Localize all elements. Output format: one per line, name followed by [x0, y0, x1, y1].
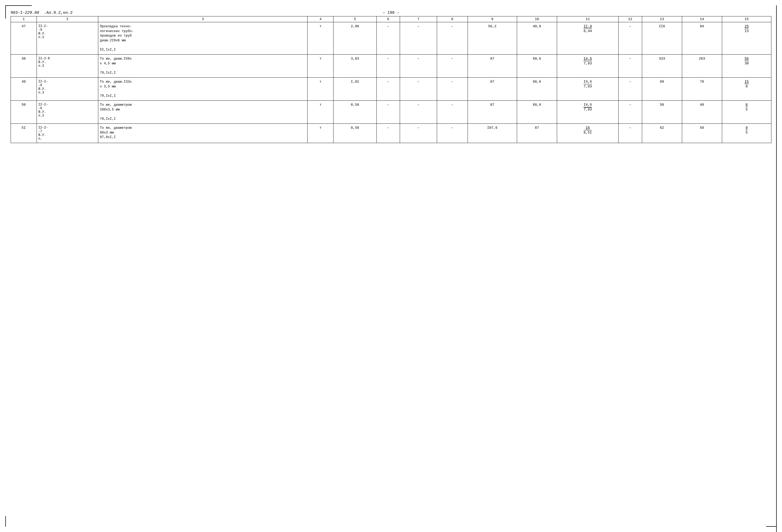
row-col7: –: [400, 124, 437, 143]
table-row: 47 I2-2- -9 В.У. п.3 Прокладка техно-лог…: [11, 22, 772, 55]
row-col9: 87: [468, 78, 517, 101]
row-col14: 84: [682, 22, 722, 55]
row-col12: –: [618, 55, 642, 78]
col-header-10: 10: [517, 16, 557, 22]
col-header-9: 9: [468, 16, 517, 22]
row-col15: 25 I3: [722, 22, 771, 55]
row-col13: 333: [642, 55, 682, 78]
doc-reference: 903-I-229.86 .Ал.9.2,кн.2: [10, 10, 73, 15]
doc-ref2: .Ал.9.2,кн.2: [44, 10, 73, 15]
row-col14: 40: [682, 101, 722, 124]
row-col8: –: [437, 22, 468, 55]
row-col6: –: [377, 101, 400, 124]
row-col15: 8 5: [722, 101, 771, 124]
table-row: 48 I2-2-8 В.У. п.3 То же, диам.I59хх 4,5…: [11, 55, 772, 78]
row-col5: 0,58: [333, 101, 377, 124]
row-col12: –: [618, 78, 642, 101]
row-col12: –: [618, 101, 642, 124]
doc-ref-italic: 229.86: [25, 10, 39, 15]
row-unit: т: [308, 22, 333, 55]
row-col8: –: [437, 101, 468, 124]
col-header-13: 13: [642, 16, 682, 22]
row-col11: I4,6 7,83: [557, 78, 618, 101]
row-col7: –: [400, 55, 437, 78]
row-col10: 68,6: [517, 55, 557, 78]
header: 903-I-229.86 .Ал.9.2,кн.2 – 196 –: [10, 8, 772, 15]
row-col13: 50: [642, 101, 682, 124]
row-unit: т: [308, 101, 333, 124]
row-col12: –: [618, 124, 642, 143]
row-col14: 263: [682, 55, 722, 78]
row-col10: 87: [517, 124, 557, 143]
col-header-8: 8: [437, 16, 468, 22]
row-col11: I4,6 7,83: [557, 101, 618, 124]
row-code: I2-2- -8 В.У. п.3: [37, 101, 98, 124]
row-col13: 89: [642, 78, 682, 101]
row-col7: –: [400, 22, 437, 55]
row-col5: I,02: [333, 78, 377, 101]
row-col6: –: [377, 124, 400, 143]
col-header-14: 14: [682, 16, 722, 22]
row-col15: 56 30: [722, 55, 771, 78]
row-col7: –: [400, 101, 437, 124]
col-header-12: 12: [618, 16, 642, 22]
row-col13: II6: [642, 22, 682, 55]
row-num: 47: [11, 22, 37, 55]
row-col10: 40,9: [517, 22, 557, 55]
row-desc: То же, диаметром89х3 мм97,8хI,I: [98, 124, 308, 143]
row-col6: –: [377, 55, 400, 78]
row-col6: –: [377, 78, 400, 101]
row-col15: 9 5: [722, 124, 771, 143]
row-num: 5I: [11, 124, 37, 143]
doc-ref-number: 903-I-: [10, 10, 25, 15]
row-code: I2-2- -9 В.У. п.3: [37, 22, 98, 55]
row-col5: 0,58: [333, 124, 377, 143]
row-unit: т: [308, 55, 333, 78]
row-col8: –: [437, 124, 468, 143]
row-col9: 87: [468, 55, 517, 78]
row-col9: 56,2: [468, 22, 517, 55]
row-num: 49: [11, 78, 37, 101]
table-row: 49 I2-2- -8 В.У. п.3 То же, диам.I33хх 3…: [11, 78, 772, 101]
col-header-15: 15: [722, 16, 771, 22]
col-header-3: 3: [98, 16, 308, 22]
row-col9: 87: [468, 101, 517, 124]
row-unit: т: [308, 124, 333, 143]
row-col11: I4,6 7,83: [557, 55, 618, 78]
row-col12: –: [618, 22, 642, 55]
col-header-5: 5: [333, 16, 377, 22]
row-col9: I07,6: [468, 124, 517, 143]
row-num: 50: [11, 101, 37, 124]
col-header-6: 6: [377, 16, 400, 22]
row-col7: –: [400, 78, 437, 101]
row-num: 48: [11, 55, 37, 78]
row-desc: То же, диам.I33хх 3,5 мм79,IхI,I: [98, 78, 308, 101]
row-col8: –: [437, 55, 468, 78]
table-row: 50 I2-2- -8 В.У. п.3 То же, диаметромI08…: [11, 101, 772, 124]
page-number: – 196 –: [383, 10, 399, 15]
row-desc: То же, диаметромI08х3,5 мм79,IхI,I: [98, 101, 308, 124]
row-col8: –: [437, 78, 468, 101]
row-col10: 68,6: [517, 101, 557, 124]
row-col13: 62: [642, 124, 682, 143]
main-table: 1 2 3 4 5 6 7 8 9 10 11 12 13 14 15 47 I…: [10, 16, 772, 143]
row-code: I2-2- -7 В.У. п.: [37, 124, 98, 143]
row-col5: 3,83: [333, 55, 377, 78]
row-col14: 70: [682, 78, 722, 101]
row-col14: 50: [682, 124, 722, 143]
row-col15: I5 8: [722, 78, 771, 101]
row-col6: –: [377, 22, 400, 55]
row-code: I2-2- -8 В.У. п.3: [37, 78, 98, 101]
col-header-11: 11: [557, 16, 618, 22]
row-col11: II,9 6,44: [557, 22, 618, 55]
table-row: 5I I2-2- -7 В.У. п. То же, диаметром89х3…: [11, 124, 772, 143]
row-col11: I6 8,5I: [557, 124, 618, 143]
col-header-1: 1: [11, 16, 37, 22]
col-header-2: 2: [37, 16, 98, 22]
row-col10: 68,6: [517, 78, 557, 101]
row-col5: 2,06: [333, 22, 377, 55]
col-header-7: 7: [400, 16, 437, 22]
col-header-4: 4: [308, 16, 333, 22]
row-code: I2-2-8 В.У. п.3: [37, 55, 98, 78]
row-unit: т: [308, 78, 333, 101]
